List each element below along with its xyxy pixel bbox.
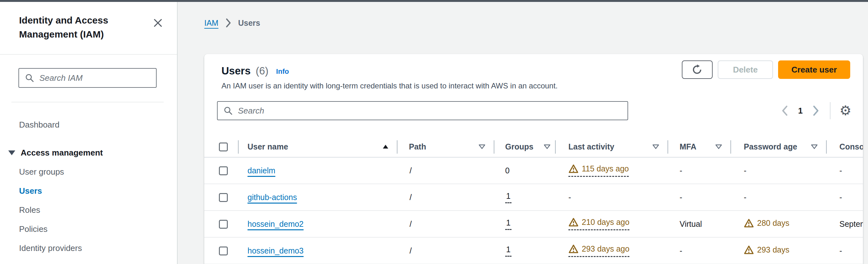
- filter-icon: [478, 144, 486, 149]
- sidebar-item-roles[interactable]: Roles: [0, 200, 177, 219]
- sidebar-search-box: [19, 68, 157, 88]
- breadcrumb-current: Users: [238, 18, 260, 28]
- groups-value[interactable]: 1: [505, 218, 512, 230]
- sort-ascending-icon: [382, 144, 389, 149]
- last-activity-value: 293 days ago: [582, 244, 629, 254]
- column-header-user-name[interactable]: User name: [238, 137, 397, 157]
- console-last-sign-in-value: -: [839, 193, 842, 202]
- filter-icon: [652, 144, 659, 149]
- last-activity-warning[interactable]: 210 days ago: [568, 217, 629, 230]
- header-actions: Delete Create user: [682, 60, 850, 79]
- delete-button[interactable]: Delete: [718, 60, 773, 79]
- sidebar-title: Identity and Access Management (IAM): [19, 13, 140, 41]
- pagination-prev-button[interactable]: [778, 102, 793, 119]
- sidebar-nav: Dashboard Access management User groups …: [0, 102, 177, 258]
- column-header-console-last-sign-in[interactable]: Console last sign-in: [826, 137, 863, 157]
- main-content: IAM Users Users (6) Info An IAM user is …: [178, 2, 868, 264]
- create-user-button[interactable]: Create user: [778, 60, 850, 79]
- row-checkbox[interactable]: [219, 193, 228, 202]
- table-settings-button[interactable]: ⚙: [837, 104, 854, 117]
- close-icon: [153, 18, 163, 28]
- user-name-link[interactable]: hossein_demo2: [248, 219, 304, 228]
- sidebar-section-label: Access management: [21, 148, 103, 158]
- warning-icon: [568, 164, 579, 173]
- users-panel: Users (6) Info An IAM user is an identit…: [204, 54, 863, 264]
- path-value: /: [409, 219, 412, 228]
- select-all-checkbox[interactable]: [219, 143, 228, 151]
- column-header-password-age[interactable]: Password age: [731, 137, 826, 157]
- groups-value[interactable]: 1: [505, 245, 512, 257]
- user-name-link[interactable]: hossein_demo3: [248, 246, 304, 255]
- sidebar-item-policies[interactable]: Policies: [0, 219, 177, 239]
- path-value: /: [409, 166, 412, 175]
- sidebar-header: Identity and Access Management (IAM): [0, 2, 177, 54]
- filter-icon: [715, 144, 722, 149]
- last-activity-warning[interactable]: 293 days ago: [568, 244, 629, 257]
- warning-icon: [568, 217, 579, 227]
- sidebar-search-input[interactable]: [39, 73, 150, 83]
- row-checkbox[interactable]: [219, 166, 228, 175]
- chevron-right-icon: [811, 105, 820, 116]
- last-activity-value: 210 days ago: [582, 217, 629, 227]
- warning-icon: [744, 245, 754, 255]
- table-row: hossein_demo3 / 1 293: [204, 237, 863, 264]
- column-header-mfa[interactable]: MFA: [668, 137, 731, 157]
- refresh-button[interactable]: [682, 60, 713, 79]
- column-label: MFA: [680, 142, 696, 151]
- search-icon: [25, 73, 34, 83]
- gear-icon: ⚙: [839, 103, 851, 118]
- search-icon: [223, 106, 233, 115]
- password-age-warning: 280 days: [744, 218, 789, 228]
- mfa-value: -: [680, 246, 682, 255]
- info-link[interactable]: Info: [276, 67, 289, 76]
- user-name-link[interactable]: github-actions: [248, 193, 297, 202]
- password-age-value: 280 days: [757, 218, 789, 228]
- sidebar-item-identity-providers[interactable]: Identity providers: [0, 239, 177, 258]
- table-header-row: User name Path: [204, 137, 863, 157]
- column-header-last-activity[interactable]: Last activity: [555, 137, 668, 157]
- warning-icon: [744, 218, 754, 228]
- users-count: (6): [256, 65, 269, 77]
- row-checkbox[interactable]: [219, 220, 228, 229]
- filter-icon: [811, 144, 818, 149]
- sidebar-section-access-management[interactable]: Access management: [0, 143, 177, 162]
- pagination: 1 ⚙: [778, 102, 854, 119]
- column-label: Path: [409, 142, 426, 151]
- sidebar-item-user-groups[interactable]: User groups: [0, 162, 177, 181]
- last-activity-value: 115 days ago: [582, 164, 629, 173]
- row-checkbox[interactable]: [219, 246, 228, 256]
- groups-value[interactable]: 1: [505, 192, 512, 203]
- column-header-path[interactable]: Path: [397, 137, 494, 157]
- filter-icon: [544, 144, 551, 149]
- refresh-icon: [692, 64, 703, 75]
- column-label: User name: [248, 142, 288, 151]
- console-last-sign-in-value: -: [839, 166, 842, 175]
- divider: [830, 102, 831, 119]
- table-search-box: [217, 101, 628, 120]
- column-label: Password age: [744, 142, 797, 151]
- sidebar-item-users[interactable]: Users: [0, 181, 177, 200]
- chevron-right-icon: [225, 18, 231, 28]
- column-label: Console last sign-in: [839, 142, 863, 151]
- breadcrumb-iam-link[interactable]: IAM: [204, 18, 218, 28]
- mfa-value: Virtual: [680, 219, 702, 228]
- iam-sidebar: Identity and Access Management (IAM): [0, 2, 178, 264]
- sidebar-item-dashboard[interactable]: Dashboard: [0, 115, 177, 134]
- sidebar-close-button[interactable]: [151, 16, 165, 31]
- pagination-current-page[interactable]: 1: [798, 106, 803, 116]
- table-row: danielm / 0 115 days: [204, 157, 863, 184]
- mfa-value: -: [680, 193, 682, 202]
- column-header-groups[interactable]: Groups: [494, 137, 555, 157]
- users-description: An IAM user is an identity with long-ter…: [221, 82, 558, 90]
- pagination-next-button[interactable]: [808, 102, 823, 119]
- console-last-sign-in-value: -: [839, 246, 842, 255]
- table-search-input[interactable]: [237, 106, 622, 116]
- password-age-warning: 293 days: [744, 245, 789, 255]
- last-activity-warning[interactable]: 115 days ago: [568, 164, 629, 177]
- password-age-value: -: [744, 166, 746, 175]
- table-row: github-actions / 1 - - - -: [204, 184, 863, 211]
- column-label: Last activity: [568, 142, 615, 151]
- last-activity-value: -: [568, 193, 571, 202]
- password-age-value: -: [744, 193, 746, 202]
- user-name-link[interactable]: danielm: [248, 166, 275, 175]
